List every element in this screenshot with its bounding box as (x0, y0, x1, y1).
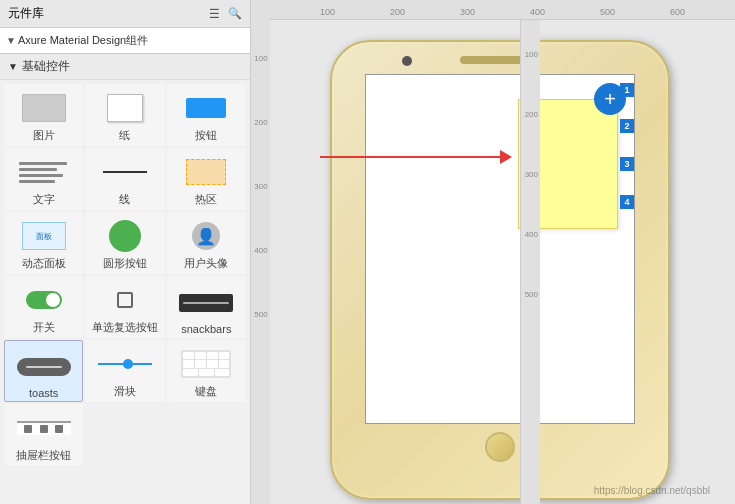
widget-paper-label: 纸 (119, 128, 130, 143)
widget-switch[interactable]: 开关 (4, 276, 83, 338)
widget-snackbars[interactable]: snackbars (167, 276, 246, 338)
widget-keyboard-preview (170, 346, 243, 382)
widget-button[interactable]: 按钮 (167, 84, 246, 146)
panel-title: 元件库 (8, 5, 44, 22)
widget-avatar[interactable]: 👤 用户头像 (167, 212, 246, 274)
panel-icon-group: ☰ 🔍 (209, 7, 242, 21)
widget-text[interactable]: 文字 (4, 148, 83, 210)
widget-checkbox-preview (88, 282, 161, 318)
widget-text-label: 文字 (33, 192, 55, 207)
widget-text-preview (7, 154, 80, 190)
widget-keyboard[interactable]: 键盘 (167, 340, 246, 402)
fab-icon: + (604, 88, 616, 111)
widget-dynamic-preview: 面板 (7, 218, 80, 254)
widget-toasts-label: toasts (29, 387, 58, 399)
widget-slider[interactable]: 滑块 (85, 340, 164, 402)
widget-line-preview (88, 154, 161, 190)
widget-bottombar-label: 抽屉栏按钮 (16, 448, 71, 463)
arrow-head (500, 150, 512, 164)
widget-checkbox-label: 单选复选按钮 (92, 320, 158, 335)
search-icon[interactable]: 🔍 (228, 7, 242, 21)
widget-image-label: 图片 (33, 128, 55, 143)
widget-snackbars-preview (170, 285, 243, 321)
widget-dynamic[interactable]: 面板 动态面板 (4, 212, 83, 274)
widget-snackbars-label: snackbars (181, 323, 231, 335)
widget-slider-preview (88, 346, 161, 382)
badge-3-label: 3 (624, 159, 629, 169)
widget-slider-label: 滑块 (114, 384, 136, 399)
widget-checkbox[interactable]: 单选复选按钮 (85, 276, 164, 338)
widget-avatar-label: 用户头像 (184, 256, 228, 271)
widget-avatar-preview: 👤 (170, 218, 243, 254)
screen-badge-4: 4 (620, 195, 634, 209)
widget-circle-btn[interactable]: 圆形按钮 (85, 212, 164, 274)
horizontal-ruler: 100 200 300 400 500 600 (270, 0, 735, 20)
phone-mockup: + 1 2 3 4 (330, 40, 670, 500)
widget-grid: 图片 纸 按钮 (0, 80, 250, 470)
widget-keyboard-label: 键盘 (195, 384, 217, 399)
badge-4-label: 4 (624, 197, 629, 207)
red-arrow (320, 150, 512, 164)
widget-button-preview (170, 90, 243, 126)
library-dropdown[interactable]: ▼ Axure Material Design组件 (0, 28, 250, 54)
vertical-ruler-left: 100 200 300 400 500 (250, 0, 270, 504)
widget-scroll-area: ▼ 基础控件 图片 纸 (0, 54, 250, 504)
widget-switch-label: 开关 (33, 320, 55, 335)
category-arrow: ▼ (8, 61, 18, 72)
widget-hotspot-label: 热区 (195, 192, 217, 207)
widget-button-label: 按钮 (195, 128, 217, 143)
widget-paper[interactable]: 纸 (85, 84, 164, 146)
phone-camera (402, 56, 412, 66)
widget-bottombar-preview (7, 410, 80, 446)
screen-badge-3: 3 (620, 157, 634, 171)
vertical-ruler-right: 100 200 300 400 500 (520, 20, 540, 504)
dropdown-value: Axure Material Design组件 (18, 33, 148, 48)
widget-circle-btn-preview (88, 218, 161, 254)
screen-badge-2: 2 (620, 119, 634, 133)
widget-hotspot[interactable]: 热区 (167, 148, 246, 210)
category-header[interactable]: ▼ 基础控件 (0, 54, 250, 80)
widget-bottombar[interactable]: 抽屉栏按钮 (4, 404, 83, 466)
menu-icon[interactable]: ☰ (209, 7, 220, 21)
phone-home-button[interactable] (485, 432, 515, 462)
widget-image[interactable]: 图片 (4, 84, 83, 146)
category-label: 基础控件 (22, 58, 70, 75)
badge-2-label: 2 (624, 121, 629, 131)
panel-header: 元件库 ☰ 🔍 (0, 0, 250, 28)
widget-line[interactable]: 线 (85, 148, 164, 210)
widget-circle-btn-label: 圆形按钮 (103, 256, 147, 271)
canvas[interactable]: + 1 2 3 4 (270, 20, 735, 504)
arrow-line (320, 156, 500, 158)
screen-fab-button[interactable]: + (594, 83, 626, 115)
widget-switch-preview (7, 282, 80, 318)
widget-toasts[interactable]: toasts (4, 340, 83, 402)
main-canvas-area: 100 200 300 400 500 600 + (270, 0, 735, 504)
watermark: https://blog.csdn.net/qsbbl (594, 485, 710, 496)
widget-line-label: 线 (119, 192, 130, 207)
widget-hotspot-preview (170, 154, 243, 190)
widget-image-preview (7, 90, 80, 126)
widget-dynamic-label: 动态面板 (22, 256, 66, 271)
widget-paper-preview (88, 90, 161, 126)
widget-toasts-preview (7, 349, 80, 385)
phone-screen: + 1 2 3 4 (365, 74, 635, 424)
